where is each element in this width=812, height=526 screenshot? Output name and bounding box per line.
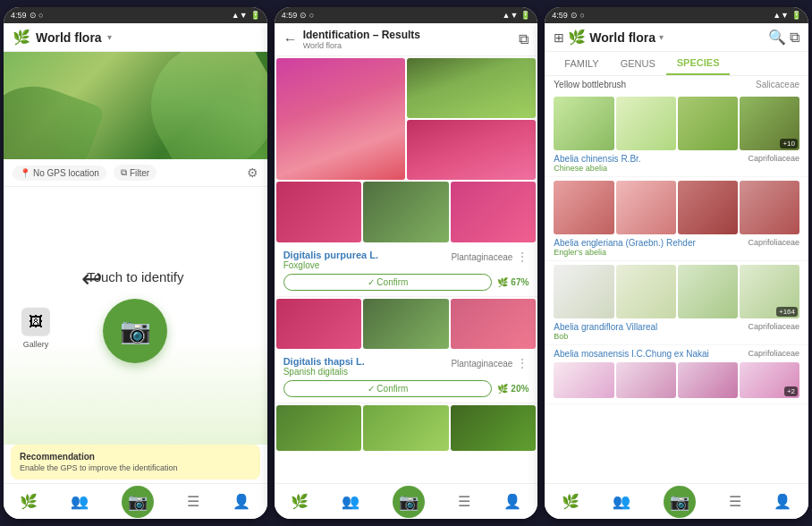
nav3-list-icon: ☰ [729,493,741,510]
dropdown-arrow-3[interactable]: ▾ [659,32,664,42]
species-name-row-1: Abelia chinensis R.Br. Chinese abelia Ca… [554,154,799,173]
filter-label: Filter [130,168,149,178]
phone-2: 4:59 ⊙ ○ ▲▼ 🔋 ← Identification – Results… [275,7,538,519]
confirm-button-1[interactable]: ✓ Confirm [283,274,493,291]
species-family-1: Caprifoliaceae [748,154,799,163]
nav2-community[interactable]: 👥 [338,489,363,513]
app-header-3: ⊞ 🌿 World flora ▾ 🔍 ⧉ [545,23,808,52]
main-area: ↩ Touch to identify 📷 🖼 Gallery [4,187,267,445]
confidence-1: 🌿 67% [497,277,529,287]
battery-2: 🔋 [520,11,530,20]
tab-genus[interactable]: GENUS [610,53,666,74]
back-icon[interactable]: ← [283,31,298,47]
gps-button[interactable]: 📍 No GPS location [13,165,106,181]
header-title-2: Identification – Results [303,29,514,41]
result-family-2: Plantaginaceae [451,359,512,369]
nav3-list[interactable]: ☰ [725,489,745,513]
result-card-1: Digitalis purpurea L. Foxglove Plantagin… [275,244,538,297]
filter-icon-3[interactable]: ⧉ [790,30,799,46]
sph-1-2 [616,97,676,150]
search-query: Yellow bottlebrush [554,80,626,89]
time-2: 4:59 [282,11,298,20]
sph-3-3 [678,265,738,318]
filter-icon-2[interactable]: ⧉ [519,31,529,47]
r3p1 [276,405,362,451]
phone-1: 4:59 ⊙ ○ ▲▼ 🔋 🌿 World flora ▾ 📍 No GPS l… [4,7,267,519]
nav3-plants[interactable]: 🌿 [558,489,583,513]
nav3-camera[interactable]: 📷 [660,482,699,520]
nav-profile[interactable]: 👤 [229,489,254,513]
nav3-camera-icon: 📷 [670,492,689,512]
confidence-value-1: 67% [511,277,529,287]
species-sci-2[interactable]: Abelia engleriana (Graebn.) Rehder [554,238,695,248]
nav-community[interactable]: 👥 [67,489,92,513]
nav-camera[interactable]: 📷 [118,482,157,520]
species-family-3: Caprifoliaceae [748,322,799,331]
more-icon-1[interactable]: ⋮ [516,250,529,264]
species-name-row-4: Abelia mosanensis I.C.Chung ex Nakai Cap… [554,349,799,359]
nav-plants-icon: 🌿 [20,493,38,510]
species-name-row-2: Abelia engleriana (Graebn.) Rehder Engle… [554,238,799,257]
species-photos-3: +164 [554,265,799,318]
search-family: Salicaceae [756,80,799,89]
sph-badge-4: +2 [784,386,798,396]
gallery-area: 🖼 Gallery [21,308,50,349]
leaf-icon-1: 🌿 [497,277,508,287]
more-icon-2[interactable]: ⋮ [516,356,529,370]
species-item-2: Abelia engleriana (Graebn.) Rehder Engle… [545,177,808,261]
gps-label: No GPS location [33,168,99,178]
r2p1 [276,299,362,349]
nav-profile-icon: 👤 [233,493,250,510]
search-result-label: Yellow bottlebrush Salicaceae [545,76,808,93]
sph-1-1 [554,97,613,150]
nav3-community[interactable]: 👥 [609,489,634,513]
species-photos-2 [554,181,799,234]
rec-title: Recommendation [20,452,251,462]
species-sci-3[interactable]: Abelia grandiflora Villareal [554,322,657,332]
nav-plants[interactable]: 🌿 [16,489,41,513]
confirm-row-1: ✓ Confirm 🌿 67% [283,274,529,291]
bottom-nav-2: 🌿 👥 📷 ☰ 👤 [275,483,538,519]
app-header-2: ← Identification – Results World flora ⧉ [275,23,538,56]
sph-4-4: +2 [740,362,799,398]
nav2-plants[interactable]: 🌿 [287,489,312,513]
sph-badge-1: +10 [780,139,798,148]
result-sci-name-2: Digitalis thapsi L. [283,356,365,367]
rec-text: Enable the GPS to improve the identifica… [20,463,251,472]
recommendation-box: Recommendation Enable the GPS to improve… [11,445,260,479]
status-icons-1: ⊙ ○ [30,11,44,20]
nav2-camera[interactable]: 📷 [389,482,428,520]
r2p2 [363,299,449,349]
species-sci-1[interactable]: Abelia chinensis R.Br. [554,154,640,164]
result2-photos [275,297,538,351]
app-title-1: World flora [36,30,102,45]
camera-button[interactable]: 📷 [103,299,167,363]
result3-photos [275,403,538,453]
species-sci-4[interactable]: Abelia mosanensis I.C.Chung ex Nakai [554,349,708,359]
tab-family[interactable]: FAMILY [554,53,609,74]
confirm-button-2[interactable]: ✓ Confirm [283,380,493,397]
species-family-2: Caprifoliaceae [748,238,799,247]
search-icon-3[interactable]: 🔍 [768,29,786,46]
result-common-1: Foxglove [283,260,378,270]
tab-species[interactable]: SPECIES [666,52,731,75]
nav2-profile[interactable]: 👤 [500,489,525,513]
settings-icon[interactable]: ⚙ [247,165,258,180]
dropdown-arrow-1[interactable]: ▾ [107,32,112,42]
controls-row: 📍 No GPS location ⧉ Filter ⚙ [4,159,267,187]
nav3-profile[interactable]: 👤 [770,489,795,513]
status-bar-3: 4:59 ⊙ ○ ▲▼ 🔋 [545,7,808,23]
confidence-value-2: 20% [511,384,529,394]
status-bar-2: 4:59 ⊙ ○ ▲▼ 🔋 [275,7,538,23]
gallery-icon[interactable]: 🖼 [21,308,50,336]
header-texts-2: Identification – Results World flora [303,29,514,50]
filter-button[interactable]: ⧉ Filter [114,165,156,181]
grid-icon-3[interactable]: ⊞ [554,30,564,45]
species-family-4: Caprifoliaceae [748,349,799,358]
camera-icon: 📷 [120,316,151,345]
nav-list[interactable]: ☰ [183,489,203,513]
species-common-2: Engler's abelia [554,248,695,257]
sph-2-1 [554,181,613,234]
sph-2-3 [678,181,738,234]
nav2-list[interactable]: ☰ [454,489,474,513]
